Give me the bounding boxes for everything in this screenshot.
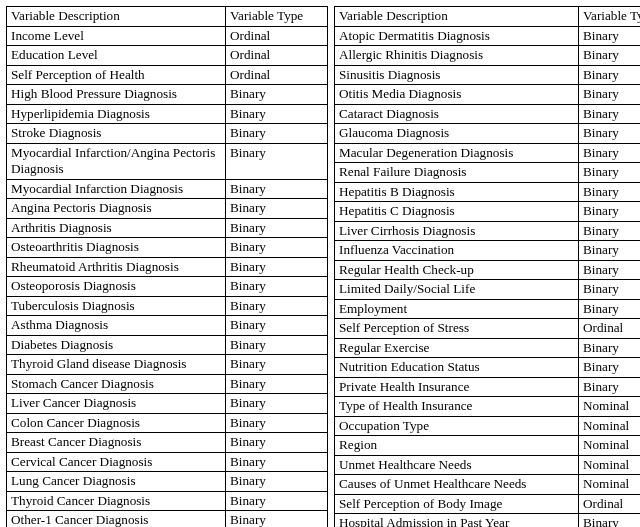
cell-description: Renal Failure Diagnosis: [335, 163, 579, 183]
cell-description: Unmet Healthcare Needs: [335, 455, 579, 475]
table-row: Hepatitis B DiagnosisBinary: [335, 182, 641, 202]
cell-description: Limited Daily/Social Life: [335, 280, 579, 300]
cell-type: Binary: [226, 511, 328, 528]
cell-description: High Blood Pressure Diagnosis: [7, 85, 226, 105]
cell-type: Binary: [226, 452, 328, 472]
cell-type: Binary: [579, 104, 641, 124]
table-row: Liver Cirrhosis DiagnosisBinary: [335, 221, 641, 241]
tables-container: Variable Description Variable Type Incom…: [6, 6, 634, 527]
col-header-type: Variable Type: [579, 7, 641, 27]
cell-description: Tuberculosis Diagnosis: [7, 296, 226, 316]
table-row: Regular ExerciseBinary: [335, 338, 641, 358]
cell-type: Binary: [579, 26, 641, 46]
table-row: Thyroid Cancer DiagnosisBinary: [7, 491, 328, 511]
cell-type: Nominal: [579, 475, 641, 495]
table-row: Myocardial Infarction DiagnosisBinary: [7, 179, 328, 199]
cell-description: Breast Cancer Diagnosis: [7, 433, 226, 453]
cell-description: Self Perception of Health: [7, 65, 226, 85]
col-header-type: Variable Type: [226, 7, 328, 27]
table-row: Renal Failure DiagnosisBinary: [335, 163, 641, 183]
table-row: Private Health InsuranceBinary: [335, 377, 641, 397]
cell-description: Causes of Unmet Healthcare Needs: [335, 475, 579, 495]
cell-type: Binary: [579, 377, 641, 397]
table-row: Glaucoma DiagnosisBinary: [335, 124, 641, 144]
cell-type: Binary: [579, 143, 641, 163]
table-row: Regular Health Check-upBinary: [335, 260, 641, 280]
table-row: EmploymentBinary: [335, 299, 641, 319]
table-row: Rheumatoid Arthritis DiagnosisBinary: [7, 257, 328, 277]
cell-type: Binary: [226, 257, 328, 277]
cell-description: Nutrition Education Status: [335, 358, 579, 378]
cell-description: Sinusitis Diagnosis: [335, 65, 579, 85]
table-row: High Blood Pressure DiagnosisBinary: [7, 85, 328, 105]
cell-description: Other-1 Cancer Diagnosis: [7, 511, 226, 528]
table-row: Atopic Dermatitis DiagnosisBinary: [335, 26, 641, 46]
table-row: Thyroid Gland disease DiagnosisBinary: [7, 355, 328, 375]
cell-description: Osteoarthritis Diagnosis: [7, 238, 226, 258]
cell-description: Asthma Diagnosis: [7, 316, 226, 336]
table-row: Influenza VaccinationBinary: [335, 241, 641, 261]
col-header-description: Variable Description: [335, 7, 579, 27]
cell-description: Diabetes Diagnosis: [7, 335, 226, 355]
cell-type: Binary: [226, 218, 328, 238]
cell-type: Binary: [579, 202, 641, 222]
cell-description: Hepatitis B Diagnosis: [335, 182, 579, 202]
table-body-right: Atopic Dermatitis DiagnosisBinaryAllergi…: [335, 26, 641, 527]
cell-description: Hospital Admission in Past Year: [335, 514, 579, 528]
cell-type: Binary: [579, 65, 641, 85]
cell-type: Binary: [226, 394, 328, 414]
cell-type: Binary: [579, 514, 641, 528]
cell-description: Self Perception of Stress: [335, 319, 579, 339]
cell-description: Type of Health Insurance: [335, 397, 579, 417]
table-row: Hospital Admission in Past YearBinary: [335, 514, 641, 528]
cell-description: Employment: [335, 299, 579, 319]
cell-description: Angina Pectoris Diagnosis: [7, 199, 226, 219]
cell-type: Binary: [226, 124, 328, 144]
cell-description: Hepatitis C Diagnosis: [335, 202, 579, 222]
table-body-left: Income LevelOrdinalEducation LevelOrdina…: [7, 26, 328, 527]
table-row: Osteoporosis DiagnosisBinary: [7, 277, 328, 297]
table-row: Liver Cancer DiagnosisBinary: [7, 394, 328, 414]
table-row: Limited Daily/Social LifeBinary: [335, 280, 641, 300]
table-row: Lung Cancer DiagnosisBinary: [7, 472, 328, 492]
table-row: Colon Cancer DiagnosisBinary: [7, 413, 328, 433]
table-row: Self Perception of Body ImageOrdinal: [335, 494, 641, 514]
cell-description: Colon Cancer Diagnosis: [7, 413, 226, 433]
cell-description: Macular Degeneration Diagnosis: [335, 143, 579, 163]
cell-type: Ordinal: [226, 26, 328, 46]
cell-description: Cervical Cancer Diagnosis: [7, 452, 226, 472]
table-row: Asthma DiagnosisBinary: [7, 316, 328, 336]
table-row: Breast Cancer DiagnosisBinary: [7, 433, 328, 453]
cell-type: Binary: [226, 374, 328, 394]
variable-table-right: Variable Description Variable Type Atopi…: [334, 6, 640, 527]
table-row: Income LevelOrdinal: [7, 26, 328, 46]
cell-type: Binary: [226, 335, 328, 355]
cell-description: Thyroid Cancer Diagnosis: [7, 491, 226, 511]
cell-description: Regular Health Check-up: [335, 260, 579, 280]
cell-type: Nominal: [579, 455, 641, 475]
cell-type: Binary: [226, 238, 328, 258]
table-row: Hepatitis C DiagnosisBinary: [335, 202, 641, 222]
cell-type: Binary: [226, 433, 328, 453]
cell-description: Self Perception of Body Image: [335, 494, 579, 514]
cell-description: Allergic Rhinitis Diagnosis: [335, 46, 579, 66]
table-row: Stroke DiagnosisBinary: [7, 124, 328, 144]
cell-description: Stroke Diagnosis: [7, 124, 226, 144]
table-row: Nutrition Education StatusBinary: [335, 358, 641, 378]
table-row: Causes of Unmet Healthcare NeedsNominal: [335, 475, 641, 495]
cell-description: Influenza Vaccination: [335, 241, 579, 261]
cell-type: Binary: [579, 221, 641, 241]
cell-description: Private Health Insurance: [335, 377, 579, 397]
cell-type: Nominal: [579, 397, 641, 417]
table-row: Unmet Healthcare NeedsNominal: [335, 455, 641, 475]
cell-type: Binary: [579, 299, 641, 319]
cell-description: Region: [335, 436, 579, 456]
cell-description: Thyroid Gland disease Diagnosis: [7, 355, 226, 375]
table-row: Arthritis DiagnosisBinary: [7, 218, 328, 238]
table-row: RegionNominal: [335, 436, 641, 456]
table-row: Myocardial Infarction/Angina Pectoris Di…: [7, 143, 328, 179]
cell-description: Lung Cancer Diagnosis: [7, 472, 226, 492]
cell-type: Binary: [226, 491, 328, 511]
table-row: Other-1 Cancer DiagnosisBinary: [7, 511, 328, 528]
cell-type: Binary: [226, 143, 328, 179]
